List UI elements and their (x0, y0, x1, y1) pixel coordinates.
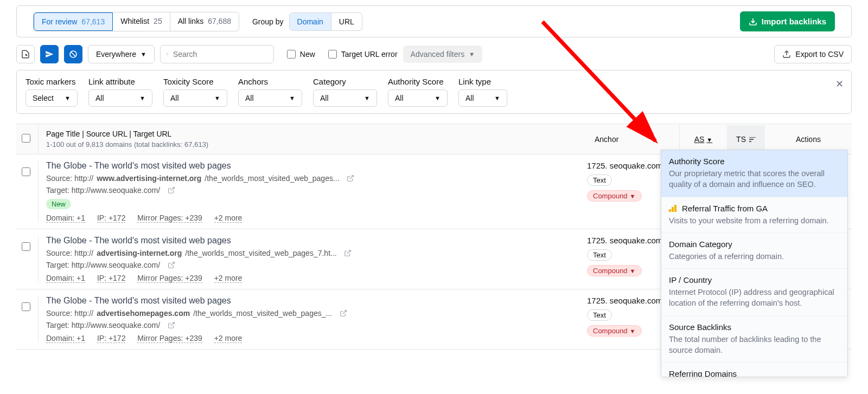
option-desc: Visits to your website from a referring … (669, 215, 840, 226)
pill-compound[interactable]: Compound ▼ (587, 325, 642, 337)
row-checkbox-cell (16, 236, 38, 282)
chevron-down-icon: ▼ (706, 137, 712, 143)
row-title: The Globe - The world's most visited web… (46, 161, 587, 171)
new-checkbox-wrap[interactable]: New (287, 50, 315, 59)
filters-panel: Toxic markers Select▼ Link attribute All… (16, 70, 852, 114)
filter-select[interactable]: All▼ (238, 89, 302, 107)
stat-domain[interactable]: Domain: +1 (46, 274, 85, 283)
group-by-url[interactable]: URL (331, 13, 362, 30)
filter-label: Category (313, 77, 377, 86)
filter-select[interactable]: All▼ (163, 89, 227, 107)
external-link-icon[interactable] (347, 175, 354, 182)
filter-label: Link type (458, 77, 507, 86)
advanced-filters-button[interactable]: Advanced filters ▼ (403, 46, 483, 63)
column-header-as[interactable]: AS ▼ (679, 125, 727, 153)
column-header-main: Page Title | Source URL | Target URL 1-1… (38, 124, 587, 154)
sort-icon (749, 137, 756, 143)
stat-mirror[interactable]: Mirror Pages: +239 (137, 274, 202, 283)
tab-all-links[interactable]: All links 67,688 (170, 12, 239, 31)
filter-link-type: Link type All▼ (458, 77, 507, 107)
tab-whitelist[interactable]: Whitelist 25 (113, 12, 170, 31)
document-export-icon (21, 49, 30, 59)
row-checkbox-cell (16, 296, 38, 343)
send-icon-button[interactable] (40, 45, 59, 63)
pill-compound[interactable]: Compound ▼ (587, 265, 642, 276)
scope-dropdown[interactable]: Everywhere ▼ (88, 45, 155, 63)
stat-mirror[interactable]: Mirror Pages: +239 (137, 334, 202, 343)
tab-for-review[interactable]: For review 67,613 (34, 12, 113, 31)
group-by-domain[interactable]: Domain (290, 13, 331, 30)
stat-ip[interactable]: IP: +172 (97, 274, 126, 283)
filter-toxic-markers: Toxic markers Select▼ (25, 77, 78, 107)
tab-label: For review (42, 17, 77, 26)
as-column-dropdown: Authority ScoreOur proprietary metric th… (661, 150, 848, 350)
tab-label: Whitelist (120, 17, 149, 27)
checkbox-label: New (300, 50, 315, 59)
filter-select[interactable]: Select▼ (25, 89, 78, 107)
chevron-down-icon: ▼ (139, 95, 145, 101)
button-label: Export to CSV (795, 50, 844, 59)
row-source: Source: http://advertising-internet.org/… (46, 249, 587, 257)
filter-label: Toxic markers (25, 77, 78, 86)
block-icon-button[interactable] (64, 45, 82, 63)
stat-ip[interactable]: IP: +172 (97, 214, 126, 223)
external-link-icon[interactable] (340, 309, 347, 317)
filter-label: Anchors (238, 77, 302, 86)
row-checkbox[interactable] (22, 302, 30, 311)
chevron-down-icon: ▼ (289, 95, 295, 101)
row-target: Target: http://www.seoquake.com/ (46, 321, 587, 330)
filter-select[interactable]: All▼ (88, 89, 152, 107)
stat-ip[interactable]: IP: +172 (97, 334, 126, 343)
stat-more[interactable]: +2 more (214, 274, 242, 283)
group-by-label: Group by (252, 17, 284, 26)
tab-count: 67,613 (81, 17, 105, 26)
stat-mirror[interactable]: Mirror Pages: +239 (137, 214, 202, 223)
filter-select[interactable]: All▼ (313, 89, 377, 107)
stat-domain[interactable]: Domain: +1 (46, 214, 85, 223)
dropdown-option[interactable]: Source BacklinksThe total number of back… (661, 316, 847, 350)
row-checkbox[interactable] (22, 242, 30, 251)
stat-more[interactable]: +2 more (214, 334, 242, 343)
svg-line-10 (343, 311, 346, 314)
search-input-wrap[interactable] (160, 45, 274, 63)
filter-select[interactable]: All▼ (388, 89, 448, 107)
external-link-icon[interactable] (168, 261, 175, 269)
dropdown-option[interactable]: Authority ScoreOur proprietary metric th… (661, 150, 847, 197)
search-input[interactable] (173, 50, 268, 59)
new-badge: New (46, 199, 71, 209)
pill-compound[interactable]: Compound ▼ (587, 190, 642, 202)
stat-more[interactable]: +2 more (214, 214, 242, 223)
row-target: Target: http://www.seoquake.com/ (46, 261, 587, 269)
top-tabs-bar: For review 67,613 Whitelist 25 All links… (16, 5, 852, 37)
select-all-checkbox[interactable] (22, 134, 30, 143)
filter-authority-score: Authority Score All▼ (388, 77, 448, 107)
export-csv-button[interactable]: Export to CSV (774, 45, 852, 63)
dropdown-option[interactable]: IP / CountryInternet Protocol (IP) addre… (661, 269, 847, 316)
row-main-cell: The Globe - The world's most visited web… (38, 296, 587, 343)
document-icon-button[interactable] (16, 45, 35, 63)
column-header-ts[interactable]: TS (727, 125, 765, 153)
filter-select[interactable]: All▼ (458, 89, 507, 107)
dropdown-option[interactable]: Referral Traffic from GAVisits to your w… (661, 197, 847, 233)
chevron-down-icon: ▼ (630, 268, 636, 274)
dropdown-option[interactable]: Domain CategoryCategories of a referring… (661, 233, 847, 269)
target-error-checkbox[interactable] (328, 50, 337, 59)
external-link-icon[interactable] (344, 249, 352, 257)
row-stats: Domain: +1 IP: +172 Mirror Pages: +239 +… (46, 334, 587, 343)
toolbar: Everywhere ▼ New Target URL error Advanc… (16, 45, 852, 63)
import-backlinks-button[interactable]: Import backlinks (740, 11, 835, 31)
svg-line-2 (71, 52, 75, 56)
external-link-icon[interactable] (168, 186, 175, 194)
external-link-icon[interactable] (168, 321, 175, 329)
close-icon[interactable]: ✕ (835, 78, 844, 90)
row-checkbox[interactable] (22, 167, 30, 176)
new-checkbox[interactable] (287, 50, 296, 59)
row-stats: Domain: +1 IP: +172 Mirror Pages: +239 +… (46, 214, 587, 222)
status-tab-group: For review 67,613 Whitelist 25 All links… (33, 12, 239, 31)
svg-line-7 (171, 188, 174, 191)
svg-line-9 (171, 262, 174, 266)
chevron-down-icon: ▼ (630, 193, 636, 199)
column-header-anchor[interactable]: Anchor (587, 125, 679, 153)
stat-domain[interactable]: Domain: +1 (46, 334, 85, 343)
target-error-checkbox-wrap[interactable]: Target URL error (328, 50, 398, 59)
